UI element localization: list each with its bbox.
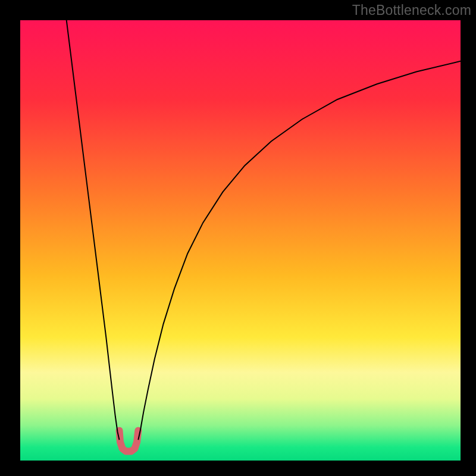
watermark-text: TheBottleneck.com bbox=[352, 2, 471, 18]
chart-frame: TheBottleneck.com bbox=[0, 0, 476, 476]
plot-area bbox=[20, 20, 461, 461]
bottleneck-curve-chart bbox=[20, 20, 461, 461]
gradient-background bbox=[20, 20, 461, 461]
